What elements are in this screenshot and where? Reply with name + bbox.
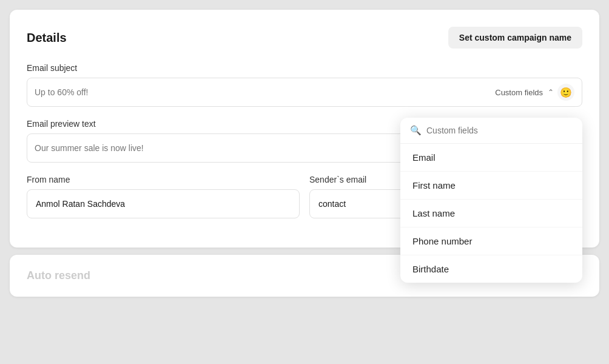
dropdown-item-lastname[interactable]: Last name <box>400 200 582 228</box>
dropdown-item-phone[interactable]: Phone number <box>400 228 582 255</box>
set-custom-campaign-button[interactable]: Set custom campaign name <box>448 27 582 49</box>
dropdown-search-input[interactable] <box>426 126 573 135</box>
dropdown-item-email[interactable]: Email <box>400 144 582 172</box>
dropdown-search-wrapper: 🔍 <box>400 118 582 144</box>
card-header: Details Set custom campaign name <box>27 27 582 49</box>
email-subject-input-wrapper: Custom fields ⌃ 🙂 <box>27 78 582 107</box>
dropdown-item-firstname[interactable]: First name <box>400 172 582 200</box>
emoji-button-subject[interactable]: 🙂 <box>557 84 574 101</box>
emoji-icon-subject: 🙂 <box>560 87 572 98</box>
email-subject-label: Email subject <box>27 63 582 73</box>
search-icon: 🔍 <box>410 125 422 136</box>
email-subject-section: Email subject Custom fields ⌃ 🙂 <box>27 63 582 107</box>
auto-resend-title: Auto resend <box>27 269 90 281</box>
custom-fields-label: Custom fields <box>495 88 543 97</box>
email-subject-input[interactable] <box>35 87 495 97</box>
card-title: Details <box>27 31 67 45</box>
from-name-section: From name <box>27 175 300 218</box>
page-wrapper: Details Set custom campaign name Email s… <box>0 0 609 364</box>
dropdown-item-birthdate[interactable]: Birthdate <box>400 255 582 283</box>
details-card: Details Set custom campaign name Email s… <box>10 10 599 248</box>
from-name-label: From name <box>27 175 300 184</box>
custom-fields-dropdown: 🔍 Email First name Last name Phone numbe… <box>400 118 582 283</box>
from-name-input[interactable] <box>27 189 300 218</box>
chevron-up-icon: ⌃ <box>548 88 554 96</box>
custom-fields-trigger[interactable]: Custom fields ⌃ <box>495 88 554 97</box>
